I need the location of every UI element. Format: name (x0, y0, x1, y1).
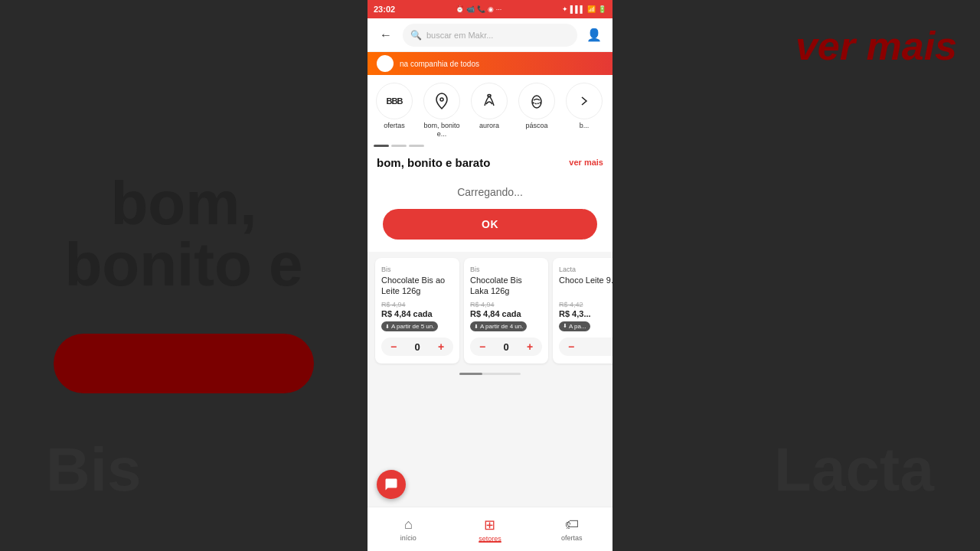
dot-icon: ◉ (488, 5, 494, 13)
loading-overlay: Carregando... OK (368, 174, 612, 252)
product-card-0: Bis Chocolate Bis ao Leite 126g R$ 4,94 … (375, 258, 459, 364)
setores-icon: ⊞ (484, 517, 495, 533)
status-bar: 23:02 ⏰ 📹 📞 ◉ ··· ✦ ▌▌▌ 📶 🔋 (368, 0, 612, 18)
status-time: 23:02 (374, 5, 395, 14)
category-item-bom[interactable]: bom, bonito e... (421, 83, 462, 139)
video-icon: 📹 (466, 5, 475, 13)
wifi-icon: 📶 (587, 5, 596, 13)
badge-text-1: A partir de 4 un. (480, 323, 523, 330)
promo-banner[interactable]: na companhia de todos (368, 52, 612, 75)
scroll-indicator (368, 142, 612, 150)
ofertas-icon: 🏷 (565, 517, 579, 533)
signal-icon: ▌▌▌ (570, 5, 585, 13)
product-badge-0: ⬇ A partir de 5 un. (381, 321, 438, 331)
products-scroll: Bis Chocolate Bis ao Leite 126g R$ 4,94 … (368, 252, 612, 370)
product-badge-1: ⬇ A partir de 4 un. (470, 321, 527, 331)
product-old-price-1: R$ 4,94 (470, 301, 542, 308)
battery-icon: 🔋 (598, 5, 606, 13)
product-card-1: Bis Chocolate Bis Laka 126g R$ 4,94 R$ 4… (464, 258, 548, 364)
badge-text-0: A partir de 5 un. (391, 323, 434, 330)
back-button[interactable]: ← (375, 24, 397, 46)
qty-increase-1[interactable]: + (524, 341, 536, 353)
more-icon: ··· (496, 5, 502, 13)
profile-button[interactable]: 👤 (583, 24, 605, 46)
product-brand-2: Lacta (559, 266, 612, 273)
bg-bis-text: Bis (46, 435, 142, 505)
qty-value-0: 0 (414, 341, 420, 353)
tab-inicio[interactable]: ⌂ início (385, 517, 431, 542)
status-right-icons: ✦ ▌▌▌ 📶 🔋 (562, 5, 606, 13)
category-icon-pascoa (518, 83, 555, 119)
status-icons: ⏰ 📹 📞 ◉ ··· (456, 5, 502, 13)
scroll-dot-1 (374, 145, 389, 147)
search-icon: 🔍 (410, 30, 422, 41)
scroll-dot-2 (391, 145, 407, 147)
product-name-2: Choco Leite 9... (559, 275, 612, 296)
category-item-ofertas[interactable]: BBB ofertas (374, 83, 415, 139)
scroll-dot-3 (409, 145, 424, 147)
phone-container: 23:02 ⏰ 📹 📞 ◉ ··· ✦ ▌▌▌ 📶 🔋 ← 🔍 buscar e… (368, 0, 612, 551)
product-price-1: R$ 4,84 cada (470, 309, 542, 318)
category-item-pascoa[interactable]: páscoa (516, 83, 557, 139)
loading-text: Carregando... (457, 186, 523, 198)
scrollbar-track (459, 373, 521, 375)
bluetooth-icon: ✦ (562, 5, 568, 13)
products-scrollbar (368, 370, 612, 378)
category-label-more: b... (580, 122, 590, 130)
category-scroll: BBB ofertas bom, bonito e... aurora (368, 75, 612, 142)
phone-icon: 📞 (477, 5, 485, 13)
category-icon-bom (423, 83, 460, 119)
bg-lacta-text: Lacta (774, 435, 934, 505)
product-brand-1: Bis (470, 266, 542, 273)
qty-increase-0[interactable]: + (435, 341, 447, 353)
top-nav: ← 🔍 buscar em Makr... 👤 (368, 18, 612, 52)
qty-value-1: 0 (503, 341, 508, 353)
category-item-aurora[interactable]: aurora (469, 83, 510, 139)
qty-decrease-1[interactable]: − (476, 341, 488, 353)
ok-button[interactable]: OK (383, 209, 597, 240)
qty-control-0: − 0 + (381, 337, 453, 356)
banner-avatar (377, 55, 394, 72)
svg-point-0 (440, 98, 443, 101)
inicio-label: início (400, 534, 416, 542)
section-ver-mais-link[interactable]: ver mais (569, 158, 603, 167)
background-left: bom, bonito e Bis (0, 0, 368, 551)
alarm-icon: ⏰ (456, 5, 464, 13)
section-header: bom, bonito e barato ver mais (368, 150, 612, 174)
qty-control-1: − 0 + (470, 337, 542, 356)
category-label-aurora: aurora (479, 122, 499, 130)
badge-arrow-0: ⬇ (385, 324, 390, 330)
product-badge-2: ⬇ A pa... (559, 321, 590, 331)
chat-fab-button[interactable] (377, 470, 406, 499)
product-name-0: Chocolate Bis ao Leite 126g (381, 275, 453, 297)
category-item-more[interactable]: b... (564, 83, 605, 139)
qty-decrease-0[interactable]: − (387, 341, 400, 353)
product-price-0: R$ 4,84 cada (381, 309, 453, 318)
bg-vermais-text: ver mais (795, 23, 957, 69)
svg-point-1 (488, 95, 491, 97)
tab-setores[interactable]: ⊞ setores (467, 517, 513, 543)
ofertas-label: ofertas (561, 534, 583, 542)
svg-point-2 (532, 96, 541, 108)
product-old-price-2: R$ 4,42 (559, 301, 612, 308)
section-title: bom, bonito e barato (377, 156, 490, 169)
category-icon-more (566, 83, 603, 119)
bg-red-pill (54, 334, 314, 393)
badge-arrow-2: ⬇ (563, 323, 567, 329)
background-right: ver mais Lacta (612, 0, 980, 551)
badge-arrow-1: ⬇ (474, 324, 479, 330)
product-old-price-0: R$ 4,94 (381, 301, 453, 308)
product-card-2: Lacta Choco Leite 9... R$ 4,42 R$ 4,3...… (553, 258, 612, 364)
category-icon-aurora (471, 83, 508, 119)
banner-text: na companhia de todos (400, 60, 479, 68)
search-bar[interactable]: 🔍 buscar em Makr... (403, 24, 577, 47)
qty-decrease-2[interactable]: − (565, 341, 577, 353)
category-icon-ofertas: BBB (376, 83, 413, 119)
category-label-ofertas: ofertas (384, 122, 405, 130)
tab-ofertas[interactable]: 🏷 ofertas (549, 517, 595, 542)
products-area: Bis Chocolate Bis ao Leite 126g R$ 4,94 … (368, 252, 612, 507)
qty-control-2: − (559, 337, 612, 356)
category-label-pascoa: páscoa (525, 122, 547, 130)
inicio-icon: ⌂ (404, 517, 413, 533)
active-tab-indicator (479, 541, 501, 543)
